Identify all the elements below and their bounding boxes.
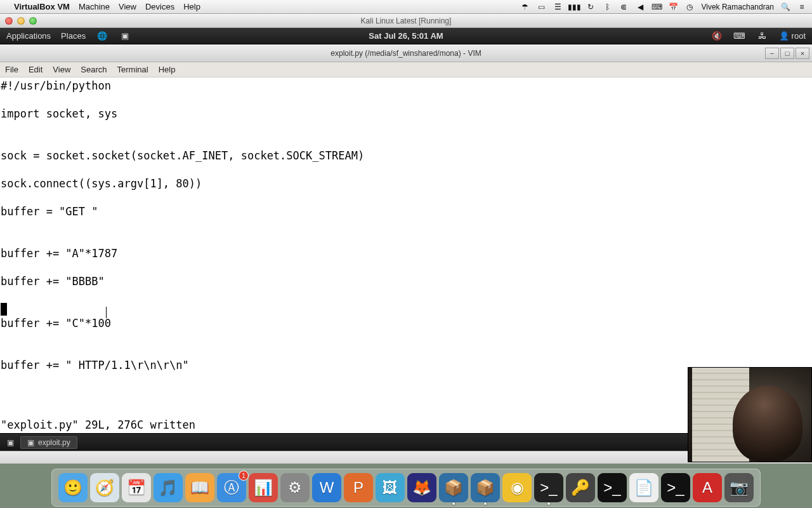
dock-appstore-icon[interactable]: Ⓐ1 bbox=[217, 473, 246, 502]
minimize-button[interactable] bbox=[17, 17, 25, 25]
dock-terminal-icon[interactable]: >_ bbox=[534, 473, 563, 502]
display-icon[interactable]: ▭ bbox=[536, 2, 546, 12]
notification-center-icon[interactable]: ≡ bbox=[797, 2, 807, 12]
dock-firefox-icon[interactable]: 🦊 bbox=[407, 473, 436, 502]
bluetooth-icon[interactable]: ᛒ bbox=[602, 2, 612, 12]
vim-block-cursor bbox=[1, 303, 7, 316]
umbrella-icon[interactable]: ☂ bbox=[520, 2, 530, 12]
iceweasel-icon[interactable]: 🌐 bbox=[96, 30, 108, 43]
dock-camera-icon[interactable]: 📷 bbox=[724, 473, 754, 502]
keyboard-layout-icon[interactable]: ⌨ bbox=[733, 30, 746, 43]
dock-chrome-icon[interactable]: ◉ bbox=[502, 473, 532, 502]
dock-finder-icon[interactable]: 🙂 bbox=[58, 473, 88, 502]
task-label: exploit.py bbox=[38, 438, 70, 447]
dock: 🙂🧭📅🎵📖Ⓐ1📊⚙WP🖼🦊📦📦◉>_🔑>_📄>_A📷 bbox=[51, 469, 761, 507]
vb-window-title: Kali Linux Latest [Running] bbox=[361, 17, 452, 25]
dock-iterm-a-icon[interactable]: >_ bbox=[598, 473, 627, 502]
window-minimize-button[interactable]: − bbox=[765, 48, 779, 59]
close-button[interactable] bbox=[5, 17, 13, 25]
dock-system-preferences-icon[interactable]: ⚙ bbox=[280, 473, 310, 502]
dock-iterm-b-icon[interactable]: >_ bbox=[661, 473, 690, 502]
menu-file[interactable]: File bbox=[5, 65, 18, 74]
mac-user[interactable]: Vivek Ramachandran bbox=[701, 3, 774, 11]
dock-safari-icon[interactable]: 🧭 bbox=[90, 473, 119, 502]
dock-textedit-icon[interactable]: 📄 bbox=[629, 473, 658, 502]
calendar-icon[interactable]: 📅 bbox=[668, 2, 678, 12]
dock-virtualbox-b-icon[interactable]: 📦 bbox=[471, 473, 500, 502]
terminal-titlebar[interactable]: exploit.py (/media/sf_winshared/mona) - … bbox=[0, 44, 812, 62]
menu-view-term[interactable]: View bbox=[53, 65, 70, 74]
clock-icon[interactable]: ◷ bbox=[684, 2, 695, 12]
dock-itunes-icon[interactable]: 🎵 bbox=[154, 473, 183, 502]
spotlight-icon[interactable]: 🔍 bbox=[780, 2, 790, 12]
presenter-head bbox=[733, 385, 802, 462]
zoom-button[interactable] bbox=[29, 17, 37, 25]
menu-help-term[interactable]: Help bbox=[159, 65, 176, 74]
wifi-icon[interactable]: ⋐ bbox=[619, 2, 629, 12]
dock-word-icon[interactable]: W bbox=[312, 473, 341, 502]
dock-powerpoint-icon[interactable]: P bbox=[344, 473, 373, 502]
evernote-icon[interactable]: ☰ bbox=[553, 2, 563, 12]
battery-icon[interactable]: ▮▮▮ bbox=[569, 2, 579, 12]
terminal-launcher-icon[interactable]: ▣ bbox=[119, 30, 131, 43]
timemachine-icon[interactable]: ↻ bbox=[586, 2, 596, 12]
vb-titlebar[interactable]: Kali Linux Latest [Running] bbox=[0, 14, 812, 28]
menu-view[interactable]: View bbox=[119, 2, 136, 11]
menu-edit[interactable]: Edit bbox=[29, 65, 43, 74]
menu-help[interactable]: Help bbox=[183, 2, 200, 11]
dock-preview-icon[interactable]: 🖼 bbox=[376, 473, 405, 502]
text-cursor-ibeam-icon bbox=[106, 307, 107, 318]
badge: 1 bbox=[239, 471, 249, 481]
window-close-button[interactable]: × bbox=[796, 48, 809, 59]
menu-terminal[interactable]: Terminal bbox=[117, 65, 148, 74]
applications-menu[interactable]: Applications bbox=[6, 31, 51, 41]
webcam-overlay bbox=[688, 367, 812, 462]
task-item[interactable]: ▣ exploit.py bbox=[20, 436, 77, 449]
volume-mute-icon[interactable]: 🔇 bbox=[710, 30, 723, 43]
app-menu[interactable]: VirtualBox VM bbox=[14, 2, 70, 11]
menu-machine[interactable]: Machine bbox=[79, 2, 110, 11]
show-desktop-icon[interactable]: ▣ bbox=[4, 436, 16, 449]
dock-activity-monitor-icon[interactable]: 📊 bbox=[249, 473, 278, 502]
user-menu[interactable]: 👤 root bbox=[779, 31, 806, 41]
places-menu[interactable]: Places bbox=[61, 31, 86, 41]
menu-search[interactable]: Search bbox=[81, 65, 107, 74]
mac-menubar: VirtualBox VM Machine View Devices Help … bbox=[0, 0, 812, 14]
keyboard-icon[interactable]: ⌨ bbox=[652, 2, 662, 12]
menu-devices[interactable]: Devices bbox=[145, 2, 174, 11]
task-terminal-icon: ▣ bbox=[27, 438, 34, 447]
terminal-menubar: File Edit View Search Terminal Help bbox=[0, 62, 812, 77]
gnome-top-panel: Applications Places 🌐 ▣ Sat Jul 26, 5:01… bbox=[0, 28, 812, 44]
dock-ical-icon[interactable]: 📅 bbox=[122, 473, 151, 502]
dock-virtualbox-a-icon[interactable]: 📦 bbox=[439, 473, 468, 502]
volume-icon[interactable]: ◀ bbox=[635, 2, 645, 12]
dock-keychain-icon[interactable]: 🔑 bbox=[566, 473, 595, 502]
clock[interactable]: Sat Jul 26, 5:01 AM bbox=[369, 31, 443, 41]
dock-acrobat-icon[interactable]: A bbox=[693, 473, 722, 502]
network-icon[interactable]: 🖧 bbox=[756, 30, 769, 43]
terminal-title: exploit.py (/media/sf_winshared/mona) - … bbox=[331, 49, 481, 58]
window-maximize-button[interactable]: □ bbox=[780, 48, 794, 59]
vim-status-message: "exploit.py" 29L, 276C written bbox=[1, 418, 702, 432]
dock-ibooks-icon[interactable]: 📖 bbox=[185, 473, 214, 502]
